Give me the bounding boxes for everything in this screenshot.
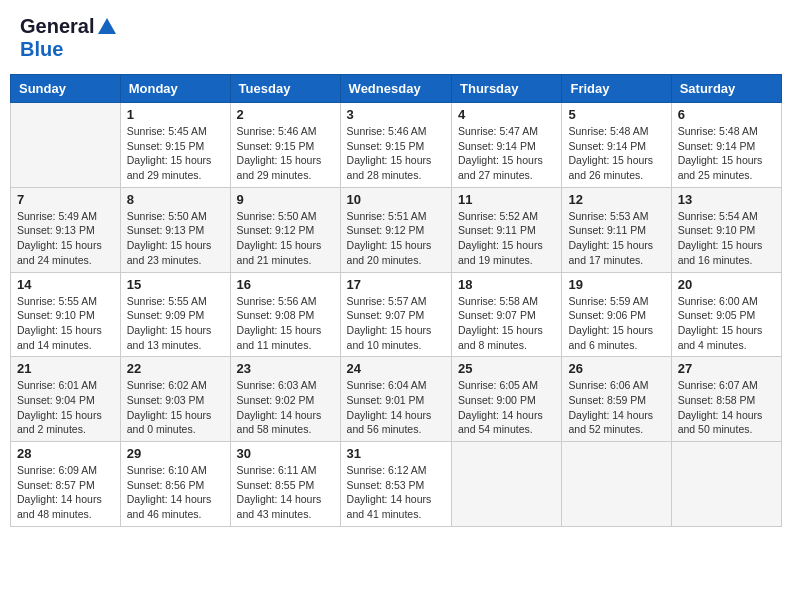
calendar-week-5: 28Sunrise: 6:09 AM Sunset: 8:57 PM Dayli…: [11, 442, 782, 527]
day-info: Sunrise: 5:59 AM Sunset: 9:06 PM Dayligh…: [568, 294, 664, 353]
calendar-cell: 10Sunrise: 5:51 AM Sunset: 9:12 PM Dayli…: [340, 187, 451, 272]
day-number: 7: [17, 192, 114, 207]
day-number: 5: [568, 107, 664, 122]
calendar-cell: 6Sunrise: 5:48 AM Sunset: 9:14 PM Daylig…: [671, 103, 781, 188]
day-number: 26: [568, 361, 664, 376]
day-number: 12: [568, 192, 664, 207]
day-of-week-wednesday: Wednesday: [340, 75, 451, 103]
day-number: 13: [678, 192, 775, 207]
day-info: Sunrise: 5:50 AM Sunset: 9:13 PM Dayligh…: [127, 209, 224, 268]
day-of-week-sunday: Sunday: [11, 75, 121, 103]
day-number: 28: [17, 446, 114, 461]
calendar-cell: 24Sunrise: 6:04 AM Sunset: 9:01 PM Dayli…: [340, 357, 451, 442]
calendar-header-row: SundayMondayTuesdayWednesdayThursdayFrid…: [11, 75, 782, 103]
day-info: Sunrise: 6:11 AM Sunset: 8:55 PM Dayligh…: [237, 463, 334, 522]
calendar-cell: 20Sunrise: 6:00 AM Sunset: 9:05 PM Dayli…: [671, 272, 781, 357]
calendar-cell: 2Sunrise: 5:46 AM Sunset: 9:15 PM Daylig…: [230, 103, 340, 188]
calendar-cell: 3Sunrise: 5:46 AM Sunset: 9:15 PM Daylig…: [340, 103, 451, 188]
day-of-week-friday: Friday: [562, 75, 671, 103]
day-number: 25: [458, 361, 555, 376]
calendar-week-3: 14Sunrise: 5:55 AM Sunset: 9:10 PM Dayli…: [11, 272, 782, 357]
day-info: Sunrise: 5:53 AM Sunset: 9:11 PM Dayligh…: [568, 209, 664, 268]
day-of-week-saturday: Saturday: [671, 75, 781, 103]
calendar-cell: 23Sunrise: 6:03 AM Sunset: 9:02 PM Dayli…: [230, 357, 340, 442]
logo-icon: [96, 16, 118, 38]
day-info: Sunrise: 6:10 AM Sunset: 8:56 PM Dayligh…: [127, 463, 224, 522]
calendar-week-2: 7Sunrise: 5:49 AM Sunset: 9:13 PM Daylig…: [11, 187, 782, 272]
calendar-cell: 31Sunrise: 6:12 AM Sunset: 8:53 PM Dayli…: [340, 442, 451, 527]
day-number: 6: [678, 107, 775, 122]
calendar-cell: 7Sunrise: 5:49 AM Sunset: 9:13 PM Daylig…: [11, 187, 121, 272]
day-of-week-tuesday: Tuesday: [230, 75, 340, 103]
calendar-cell: [562, 442, 671, 527]
calendar-cell: 29Sunrise: 6:10 AM Sunset: 8:56 PM Dayli…: [120, 442, 230, 527]
calendar-cell: 28Sunrise: 6:09 AM Sunset: 8:57 PM Dayli…: [11, 442, 121, 527]
calendar-cell: 4Sunrise: 5:47 AM Sunset: 9:14 PM Daylig…: [452, 103, 562, 188]
page-header: General Blue: [10, 10, 782, 66]
day-info: Sunrise: 5:55 AM Sunset: 9:10 PM Dayligh…: [17, 294, 114, 353]
day-info: Sunrise: 5:58 AM Sunset: 9:07 PM Dayligh…: [458, 294, 555, 353]
day-info: Sunrise: 6:02 AM Sunset: 9:03 PM Dayligh…: [127, 378, 224, 437]
day-number: 17: [347, 277, 445, 292]
day-info: Sunrise: 5:47 AM Sunset: 9:14 PM Dayligh…: [458, 124, 555, 183]
day-number: 11: [458, 192, 555, 207]
day-info: Sunrise: 5:52 AM Sunset: 9:11 PM Dayligh…: [458, 209, 555, 268]
day-info: Sunrise: 5:48 AM Sunset: 9:14 PM Dayligh…: [678, 124, 775, 183]
day-info: Sunrise: 6:05 AM Sunset: 9:00 PM Dayligh…: [458, 378, 555, 437]
day-info: Sunrise: 5:55 AM Sunset: 9:09 PM Dayligh…: [127, 294, 224, 353]
calendar-cell: 30Sunrise: 6:11 AM Sunset: 8:55 PM Dayli…: [230, 442, 340, 527]
day-number: 20: [678, 277, 775, 292]
calendar-cell: 27Sunrise: 6:07 AM Sunset: 8:58 PM Dayli…: [671, 357, 781, 442]
calendar-cell: 25Sunrise: 6:05 AM Sunset: 9:00 PM Dayli…: [452, 357, 562, 442]
day-number: 29: [127, 446, 224, 461]
calendar-cell: 13Sunrise: 5:54 AM Sunset: 9:10 PM Dayli…: [671, 187, 781, 272]
svg-marker-0: [98, 18, 116, 34]
day-info: Sunrise: 5:54 AM Sunset: 9:10 PM Dayligh…: [678, 209, 775, 268]
calendar-cell: 11Sunrise: 5:52 AM Sunset: 9:11 PM Dayli…: [452, 187, 562, 272]
calendar-cell: 18Sunrise: 5:58 AM Sunset: 9:07 PM Dayli…: [452, 272, 562, 357]
calendar-cell: 1Sunrise: 5:45 AM Sunset: 9:15 PM Daylig…: [120, 103, 230, 188]
logo-blue-text: Blue: [20, 38, 63, 60]
calendar-cell: [11, 103, 121, 188]
day-number: 15: [127, 277, 224, 292]
day-info: Sunrise: 5:57 AM Sunset: 9:07 PM Dayligh…: [347, 294, 445, 353]
day-of-week-monday: Monday: [120, 75, 230, 103]
calendar-week-4: 21Sunrise: 6:01 AM Sunset: 9:04 PM Dayli…: [11, 357, 782, 442]
day-info: Sunrise: 5:49 AM Sunset: 9:13 PM Dayligh…: [17, 209, 114, 268]
day-number: 30: [237, 446, 334, 461]
calendar-cell: 9Sunrise: 5:50 AM Sunset: 9:12 PM Daylig…: [230, 187, 340, 272]
calendar-cell: [671, 442, 781, 527]
day-number: 22: [127, 361, 224, 376]
day-info: Sunrise: 6:01 AM Sunset: 9:04 PM Dayligh…: [17, 378, 114, 437]
day-number: 24: [347, 361, 445, 376]
day-info: Sunrise: 6:00 AM Sunset: 9:05 PM Dayligh…: [678, 294, 775, 353]
calendar-cell: 5Sunrise: 5:48 AM Sunset: 9:14 PM Daylig…: [562, 103, 671, 188]
calendar-cell: 15Sunrise: 5:55 AM Sunset: 9:09 PM Dayli…: [120, 272, 230, 357]
day-number: 23: [237, 361, 334, 376]
day-info: Sunrise: 5:46 AM Sunset: 9:15 PM Dayligh…: [237, 124, 334, 183]
day-number: 14: [17, 277, 114, 292]
calendar-cell: 14Sunrise: 5:55 AM Sunset: 9:10 PM Dayli…: [11, 272, 121, 357]
day-number: 27: [678, 361, 775, 376]
day-number: 1: [127, 107, 224, 122]
calendar-cell: 16Sunrise: 5:56 AM Sunset: 9:08 PM Dayli…: [230, 272, 340, 357]
day-info: Sunrise: 6:12 AM Sunset: 8:53 PM Dayligh…: [347, 463, 445, 522]
day-number: 4: [458, 107, 555, 122]
day-info: Sunrise: 5:46 AM Sunset: 9:15 PM Dayligh…: [347, 124, 445, 183]
day-number: 18: [458, 277, 555, 292]
calendar-cell: 22Sunrise: 6:02 AM Sunset: 9:03 PM Dayli…: [120, 357, 230, 442]
day-info: Sunrise: 6:09 AM Sunset: 8:57 PM Dayligh…: [17, 463, 114, 522]
calendar-cell: 12Sunrise: 5:53 AM Sunset: 9:11 PM Dayli…: [562, 187, 671, 272]
day-number: 2: [237, 107, 334, 122]
logo: General Blue: [20, 15, 118, 61]
calendar-week-1: 1Sunrise: 5:45 AM Sunset: 9:15 PM Daylig…: [11, 103, 782, 188]
day-number: 8: [127, 192, 224, 207]
calendar-cell: 8Sunrise: 5:50 AM Sunset: 9:13 PM Daylig…: [120, 187, 230, 272]
day-number: 10: [347, 192, 445, 207]
logo-general-text: General: [20, 15, 94, 38]
day-number: 3: [347, 107, 445, 122]
day-info: Sunrise: 5:50 AM Sunset: 9:12 PM Dayligh…: [237, 209, 334, 268]
day-info: Sunrise: 6:06 AM Sunset: 8:59 PM Dayligh…: [568, 378, 664, 437]
calendar-cell: [452, 442, 562, 527]
day-info: Sunrise: 5:48 AM Sunset: 9:14 PM Dayligh…: [568, 124, 664, 183]
